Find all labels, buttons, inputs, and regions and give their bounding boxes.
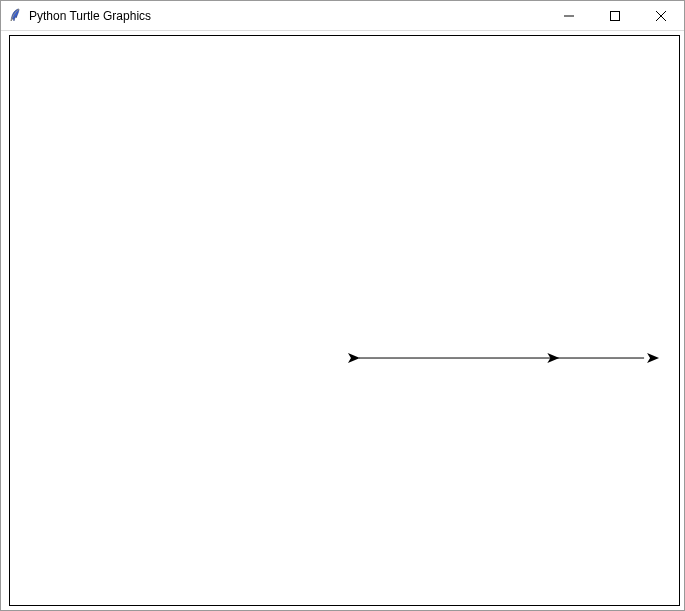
svg-rect-1 <box>611 11 620 20</box>
turtle-cursor-icon <box>647 353 659 363</box>
close-icon <box>656 11 666 21</box>
feather-icon <box>7 8 23 24</box>
close-button[interactable] <box>638 1 684 30</box>
window-title: Python Turtle Graphics <box>29 9 546 23</box>
window-controls <box>546 1 684 30</box>
maximize-icon <box>610 11 620 21</box>
titlebar: Python Turtle Graphics <box>1 1 684 31</box>
canvas-area <box>1 31 684 610</box>
canvas-border <box>9 35 680 606</box>
turtle-cursor-icon <box>348 353 360 363</box>
minimize-icon <box>564 11 574 21</box>
minimize-button[interactable] <box>546 1 592 30</box>
turtle-canvas <box>10 36 679 607</box>
maximize-button[interactable] <box>592 1 638 30</box>
